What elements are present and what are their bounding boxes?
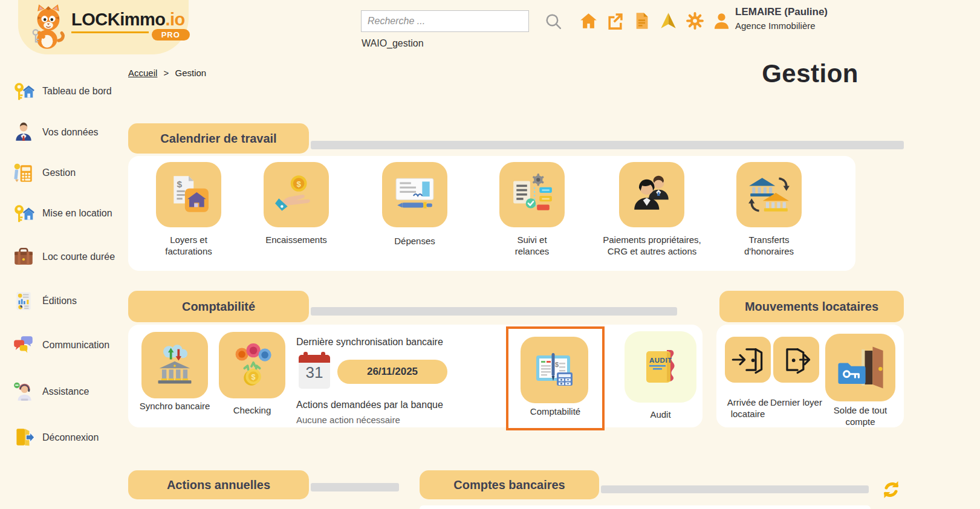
tile-label: Loyers et facturations [155,235,222,258]
sidebar-item-editions[interactable]: Éditions [12,288,77,314]
open-window-button[interactable] [606,11,625,30]
last-sync-title: Dernière synchronisation bancaire [296,337,443,348]
section-header-actions-annuelles: Actions annuelles [128,470,309,499]
user-icon [712,11,731,30]
last-sync-date-button[interactable]: 26/11/2025 [337,360,447,384]
cat-mascot-icon [29,2,68,51]
tile-encaissements[interactable]: $ [264,162,329,227]
brand-suffix: .io [166,10,185,29]
user-organization: Agence Immobilière [735,21,828,31]
profile-button[interactable] [712,11,731,30]
app-logo[interactable]: LOCKimmo.io PRO [18,0,189,54]
sidebar-item-assistance[interactable]: Assistance [12,379,89,404]
sidebar-label: Gestion [42,167,76,178]
gestion-dashboard: LOCKimmo.io PRO WAIO_gestion [0,0,980,509]
sidebar-item-communication[interactable]: Communication [12,332,109,358]
key-house-icon [12,80,35,103]
tile-suivi-et-relances[interactable] [499,162,565,227]
refresh-button[interactable] [880,479,902,501]
banks-transfer-icon [747,172,791,217]
documents-button[interactable] [632,11,651,30]
bank-accounts-card-top [420,505,871,509]
suitcase-icon [12,245,35,268]
brand-wordmark: LOCKimmo.io PRO [71,10,185,33]
svg-text:$: $ [177,179,182,189]
breadcrumb-current: Gestion [175,68,206,78]
sidebar-label: Communication [42,340,109,351]
tenant-moves-card: Arrivée de locataire Dernier loyer Solde… [716,325,904,427]
sidebar-item-vos-donnees[interactable]: Vos données [12,120,99,145]
tile-checking[interactable]: $ [219,332,285,398]
section-header-comptabilite: Comptabilité [128,291,309,322]
svg-text:$: $ [251,373,255,381]
paper-plane-icon [659,11,678,30]
section-title: Comptes bancaires [453,478,565,492]
section-title: Calendrier de travail [160,132,276,146]
sidebar-item-deconnexion[interactable]: Déconnexion [12,425,99,450]
sidebar-item-tableau-de-bord[interactable]: Tableau de bord [12,79,112,104]
sidebar-label: Assistance [42,386,89,397]
tile-label: Audit [625,409,696,421]
tile-solde-de-tout-compte[interactable] [825,334,895,401]
comptabilite-highlight-box: $ Comptabilité [506,326,605,430]
tile-loyers-et-facturations[interactable]: $ [156,162,221,227]
sidebar-label: Éditions [42,296,77,306]
search-input[interactable] [361,10,529,32]
tile-comptabilite[interactable]: $ [521,337,588,403]
sidebar-item-mise-en-location[interactable]: Mise en location [12,201,112,226]
user-block[interactable]: LEMAIRE (Pauline) Agence Immobilière [735,6,828,31]
breadcrumb-separator: > [164,68,169,78]
sidebar-label: Loc courte durée [42,251,115,262]
tile-label: Dépenses [369,236,460,247]
svg-text:$: $ [297,180,302,189]
report-icon [12,290,35,313]
door-enter-icon [731,343,765,377]
support-agent-icon [12,380,35,403]
tile-paiements-proprietaires[interactable] [619,162,684,227]
tile-arrivee-locataire[interactable] [725,337,771,383]
sidebar-label: Déconnexion [42,432,99,443]
calendar-ring [321,352,325,360]
settings-button[interactable] [686,11,704,30]
sidebar-item-loc-courte-duree[interactable]: Loc courte durée [12,244,115,270]
svg-text:AUDIT: AUDIT [649,357,672,364]
search-icon [544,12,563,31]
key-folder-door-icon [834,342,886,394]
person-icon [12,121,35,144]
section-divider-bar [311,483,399,491]
svg-text:$: $ [555,361,559,368]
pro-badge: PRO [152,29,190,41]
sidebar-label: Vos données [42,127,99,138]
tile-transferts-honoraires[interactable] [736,162,802,227]
home-button[interactable] [579,11,598,30]
tile-audit[interactable]: AUDIT [625,331,696,403]
sidebar-label: Mise en location [42,208,112,219]
calculator-icon [12,161,35,184]
key-house-icon [12,202,35,225]
audit-folder-icon: AUDIT [639,345,683,389]
workflow-gear-icon [510,172,554,217]
sidebar-item-gestion[interactable]: Gestion [12,160,76,186]
search-button[interactable] [544,12,563,31]
tile-dernier-loyer[interactable] [773,337,819,383]
send-button[interactable] [659,11,678,30]
user-name: LEMAIRE (Pauline) [735,6,828,18]
gear-icon [686,11,704,30]
tile-label: Comptabilité [508,406,602,418]
section-divider-bar [601,485,869,493]
tile-label: Dernier loyer [768,397,824,409]
bank-actions-title: Actions demandées par la banque [296,400,443,410]
section-divider-bar [311,141,904,149]
page-title: Gestion [762,59,858,88]
section-header-mouvements-locataires: Mouvements locataires [719,291,904,322]
breadcrumb: Accueil > Gestion [128,68,206,78]
ledger-calculator-icon: $ [533,348,576,392]
tile-synchro-bancaire[interactable] [141,332,208,398]
accounting-card: Synchro bancaire $ Checking Dernière syn… [128,325,703,427]
speech-bubbles-icon [12,334,35,357]
tile-depenses[interactable] [382,162,447,227]
breadcrumb-home-link[interactable]: Accueil [128,68,157,78]
tile-label: Synchro bancaire [138,401,211,412]
section-title: Comptabilité [182,300,255,314]
section-header-comptes-bancaires: Comptes bancaires [420,470,599,499]
